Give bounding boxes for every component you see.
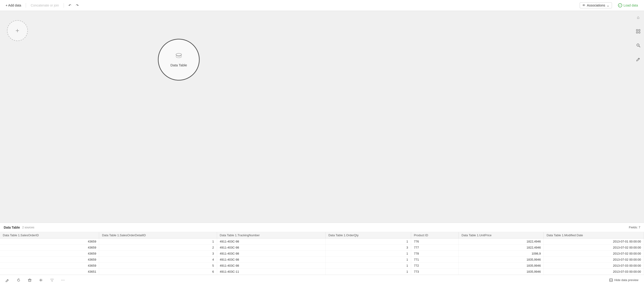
svg-rect-3 (636, 32, 638, 33)
data-table-node[interactable]: Data Table (158, 39, 200, 80)
col-header-trackingnumber: Data Table 1.TrackingNumber (217, 232, 326, 238)
undo-button[interactable]: ↶ (67, 2, 73, 8)
table-cell: 2013-07-03 00:00:00 (544, 263, 644, 269)
table-cell: 43659 (0, 263, 99, 269)
col-header-salesorderid: Data Table 1.SalesOrderID (0, 232, 99, 238)
associations-button[interactable]: 👁 Associations ⌄ (580, 2, 612, 8)
table-cell: 773 (411, 269, 458, 275)
table-cell: 1822,4946 (459, 244, 544, 251)
table-cell: 2013-07-02 00:00:00 (544, 251, 644, 257)
table-cell: 1 (326, 238, 411, 244)
associations-label: Associations (587, 4, 605, 7)
table-cell: 777 (411, 244, 458, 251)
hide-data-preview-button[interactable]: Hide data preview (607, 277, 640, 283)
table-cell: 43659 (0, 238, 99, 244)
table-header: Data Table 1.SalesOrderID Data Table 1.S… (0, 232, 644, 238)
table-cell: 1 (326, 257, 411, 263)
col-header-productid: Product ID (411, 232, 458, 238)
associations-chevron-icon: ⌄ (606, 4, 610, 7)
bottom-toolbar-right: Hide data preview (607, 277, 640, 283)
table-cell: 4911-403C-98 (217, 244, 326, 251)
table-cell: 2013-07-02 00:00:00 (544, 257, 644, 263)
load-data-label: Load data (624, 4, 638, 7)
associations-eye-icon: 👁 (582, 4, 586, 7)
bottom-toolbar-left: ⋯ (4, 276, 67, 284)
table-cell: 771 (411, 257, 458, 263)
filter-button[interactable] (48, 276, 56, 284)
table-cell: 3 (99, 251, 217, 257)
table-cell: 1835,9946 (459, 257, 544, 263)
table-cell: 1 (326, 263, 411, 269)
header-row: Data Table 1.SalesOrderID Data Table 1.S… (0, 232, 644, 238)
table-cell: 6 (99, 269, 217, 275)
svg-rect-1 (636, 30, 638, 31)
table-cell: 2 (99, 244, 217, 251)
data-table-wrapper[interactable]: Data Table 1.SalesOrderID Data Table 1.S… (0, 232, 644, 275)
add-data-circle[interactable]: + (7, 20, 28, 41)
load-data-circle-icon: ✓ (618, 3, 622, 8)
table-cell: 5 (99, 263, 217, 269)
table-body: 4365914911-403C-9817761822,49462013-07-0… (0, 238, 644, 275)
table-row: 4365924911-403C-9837771822,49462013-07-0… (0, 244, 644, 251)
table-cell: 43651 (0, 269, 99, 275)
sources-badge: 2 sources (22, 226, 34, 229)
bottom-panel-header: Data Table 2 sources Fields: 7 (0, 223, 644, 232)
add-data-button[interactable]: + Add data (4, 2, 23, 8)
add-data-plus-icon: + (16, 27, 19, 34)
refresh-button[interactable] (15, 276, 22, 284)
edit-icon-button[interactable] (634, 55, 642, 63)
col-header-salesorderdetailid: Data Table 1.SalesOrderDetailID (99, 232, 217, 238)
table-cell: 43659 (0, 251, 99, 257)
table-cell: 4911-403C-98 (217, 263, 326, 269)
redo-button[interactable]: ↷ (74, 2, 80, 8)
right-sidebar: ⌂ (632, 11, 644, 122)
edit-table-button[interactable] (4, 276, 11, 284)
table-cell: 2013-07-01 00:00:00 (544, 238, 644, 244)
home-icon-button[interactable]: ⌂ (634, 13, 642, 22)
table-row: 4365164911-403C-1117731835,99462013-07-0… (0, 269, 644, 275)
delete-button[interactable] (26, 276, 34, 284)
toolbar-divider2 (64, 3, 64, 8)
col-header-orderqty: Data Table 1.OrderQty (326, 232, 411, 238)
data-preview-table: Data Table 1.SalesOrderID Data Table 1.S… (0, 232, 644, 275)
table-cell: 1822,4946 (459, 238, 544, 244)
grid-icon-button[interactable] (634, 27, 642, 36)
table-cell: 43659 (0, 244, 99, 251)
table-cell: 1 (326, 251, 411, 257)
col-header-unitprice: Data Table 1.UnitPrice (459, 232, 544, 238)
table-cell: 1098,9 (459, 251, 544, 257)
table-row: 4365934911-403C-9817781098,92013-07-02 0… (0, 251, 644, 257)
svg-rect-2 (639, 30, 640, 31)
table-cell: 43659 (0, 257, 99, 263)
concatenate-join-button[interactable]: Concatenate or join (29, 2, 60, 8)
hide-preview-label: Hide data preview (614, 278, 638, 282)
canvas-area: + Data Table ⌂ (0, 11, 644, 122)
more-options-button[interactable]: ⋯ (60, 276, 67, 284)
table-cell: 1 (326, 269, 411, 275)
data-table-node-label: Data Table (170, 63, 187, 67)
toolbar-left: + Add data Concatenate or join ↶ ↷ (4, 2, 80, 8)
bottom-panel-title-group: Data Table 2 sources (4, 226, 34, 229)
table-cell: 1835,9946 (459, 263, 544, 269)
svg-rect-7 (28, 280, 31, 282)
data-table-node-icon (175, 52, 182, 61)
table-row: 4365944911-403C-9817711835,99462013-07-0… (0, 257, 644, 263)
fields-count: Fields: 7 (629, 226, 640, 229)
table-cell: 4 (99, 257, 217, 263)
table-row: 4365914911-403C-9817761822,49462013-07-0… (0, 238, 644, 244)
undo-redo-group: ↶ ↷ (67, 2, 80, 8)
split-button[interactable] (37, 276, 44, 284)
bottom-toolbar: ⋯ Hide data preview (0, 275, 644, 285)
load-data-button[interactable]: ✓ Load data (616, 2, 640, 8)
table-cell: 2013-07-02 00:00:00 (544, 244, 644, 251)
table-cell: 4911-403C-98 (217, 251, 326, 257)
toolbar-right: 👁 Associations ⌄ ✓ Load data (580, 2, 640, 8)
table-cell: 1 (99, 238, 217, 244)
table-cell: 1835,9946 (459, 269, 544, 275)
search-icon-button[interactable] (634, 41, 642, 50)
table-cell: 2013-07-03 00:00:00 (544, 269, 644, 275)
svg-rect-4 (639, 32, 640, 33)
table-cell: 3 (326, 244, 411, 251)
table-cell: 4911-403C-98 (217, 257, 326, 263)
toolbar-divider (26, 3, 26, 8)
